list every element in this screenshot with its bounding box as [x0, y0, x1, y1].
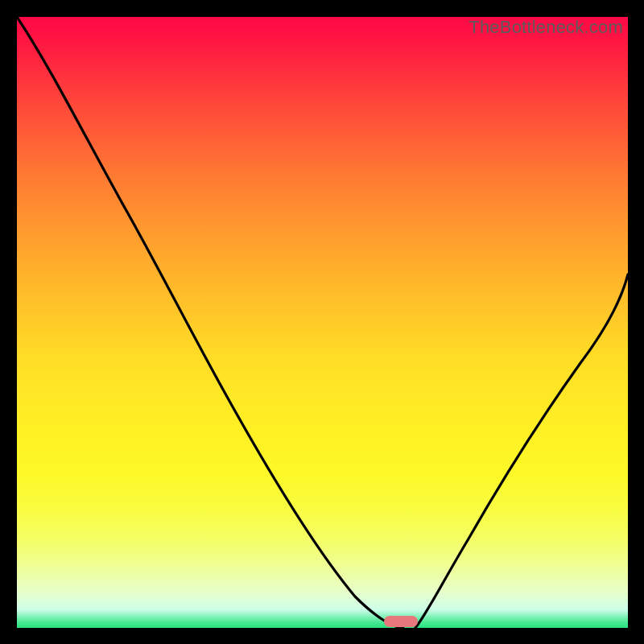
- chart-frame: TheBottleneck.com: [0, 0, 644, 644]
- curve-left-path: [17, 17, 403, 628]
- bottleneck-curve: [17, 17, 628, 628]
- curve-right-path: [415, 275, 628, 628]
- watermark-text: TheBottleneck.com: [469, 17, 623, 38]
- optimal-marker: [384, 616, 418, 627]
- plot-area: TheBottleneck.com: [17, 17, 628, 628]
